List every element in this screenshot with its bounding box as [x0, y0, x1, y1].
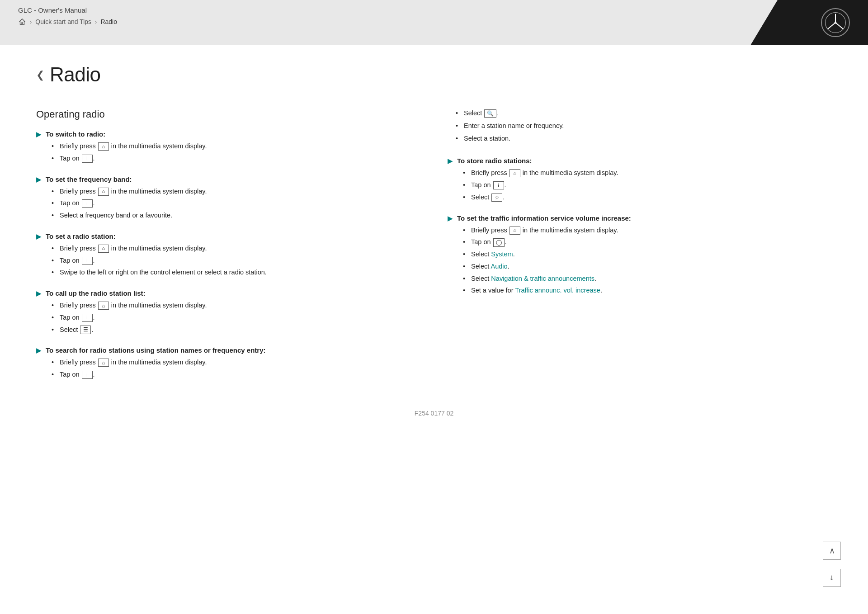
home-button-icon: ⌂	[509, 169, 520, 177]
list-item: Select ☰︎.	[52, 325, 420, 335]
instruction-title: To call up the radio station list:	[46, 289, 146, 297]
breadcrumb-sep-1: ›	[30, 19, 32, 25]
instruction-search-stations: ▶ To search for radio stations using sta…	[36, 346, 420, 380]
list-item: Briefly press ⌂ in the multimedia system…	[52, 187, 420, 197]
list-item: Select Navigation & traffic announcement…	[463, 274, 832, 284]
instruction-switch-radio: ▶ To switch to radio: Briefly press ⌂ in…	[36, 130, 420, 164]
list-item: Tap on i.	[52, 154, 420, 164]
info-button-icon: i	[82, 314, 93, 322]
left-column: Operating radio ▶ To switch to radio: Br…	[36, 109, 420, 392]
document-number: F254 0177 02	[36, 410, 832, 426]
instruction-steps: Briefly press ⌂ in the multimedia system…	[36, 301, 420, 335]
traffic-vol-link[interactable]: Traffic announc. vol. increase	[515, 287, 600, 294]
instruction-title: To set the frequency band:	[46, 175, 132, 183]
star-button-icon: ☆	[491, 194, 502, 202]
audio-link[interactable]: Audio	[491, 263, 508, 270]
list-item: Select 🔍.	[456, 109, 832, 118]
system-link[interactable]: System	[491, 250, 513, 258]
list-item: Set a value for Traffic announc. vol. in…	[463, 286, 832, 296]
info-button-icon: i	[82, 371, 93, 379]
nav-traffic-link[interactable]: Navigation & traffic announcements	[491, 275, 594, 282]
top-bullet-list: Select 🔍. Enter a station name or freque…	[448, 109, 832, 143]
two-column-layout: Operating radio ▶ To switch to radio: Br…	[36, 109, 832, 392]
svg-point-4	[835, 22, 837, 24]
list-item: Briefly press ⌂ in the multimedia system…	[463, 168, 832, 178]
list-item: Briefly press ⌂ in the multimedia system…	[52, 301, 420, 311]
instruction-frequency-band: ▶ To set the frequency band: Briefly pre…	[36, 175, 420, 221]
back-arrow[interactable]: ❮	[36, 69, 44, 81]
list-item: Select System.	[463, 250, 832, 260]
info-button-icon: i	[493, 181, 504, 189]
instruction-traffic-volume: ▶ To set the traffic information service…	[448, 214, 832, 296]
instruction-title: To set the traffic information service v…	[457, 214, 631, 222]
breadcrumb-current: Radio	[100, 18, 117, 25]
instruction-title: To store radio stations:	[457, 157, 532, 165]
instruction-title: To search for radio stations using stati…	[46, 346, 266, 354]
arrow-icon: ▶	[36, 233, 41, 240]
list-item: Briefly press ⌂ in the multimedia system…	[52, 244, 420, 254]
list-item: Tap on ◯.	[463, 237, 832, 247]
breadcrumb-sep-2: ›	[95, 19, 97, 25]
arrow-icon: ▶	[36, 347, 41, 354]
home-button-icon: ⌂	[98, 359, 109, 367]
instruction-steps: Briefly press ⌂ in the multimedia system…	[36, 142, 420, 164]
list-item: Select a station.	[456, 134, 832, 144]
instruction-title: To switch to radio:	[46, 130, 105, 138]
home-icon[interactable]	[18, 18, 26, 26]
instruction-steps: Briefly press ⌂ in the multimedia system…	[448, 168, 832, 202]
instruction-header: ▶ To switch to radio:	[36, 130, 420, 138]
instruction-header: ▶ To store radio stations:	[448, 157, 832, 165]
instruction-header: ▶ To set the frequency band:	[36, 175, 420, 183]
home-button-icon: ⌂	[98, 142, 109, 151]
info-button-icon: i	[82, 155, 93, 163]
instruction-steps: Briefly press ⌂ in the multimedia system…	[36, 244, 420, 278]
list-item: Tap on i.	[52, 198, 420, 208]
arrow-icon: ▶	[448, 157, 453, 165]
list-item: Enter a station name or frequency.	[456, 121, 832, 131]
breadcrumb: › Quick start and Tips › Radio	[18, 18, 117, 26]
home-button-icon: ⌂	[509, 227, 520, 235]
page-title-row: ❮ Radio	[36, 63, 832, 86]
logo-area	[750, 0, 868, 45]
list-item: Briefly press ⌂ in the multimedia system…	[52, 358, 420, 368]
svg-line-3	[835, 23, 844, 29]
instruction-steps: Briefly press ⌂ in the multimedia system…	[36, 187, 420, 221]
breadcrumb-section[interactable]: Quick start and Tips	[35, 18, 91, 25]
list-item: Select Audio.	[463, 262, 832, 272]
chevron-up-icon: ∧	[829, 546, 835, 556]
scroll-down-button[interactable]: ⤓	[823, 569, 841, 587]
info-button-icon: i	[82, 199, 93, 208]
instruction-header: ▶ To call up the radio station list:	[36, 289, 420, 297]
header-text: GLC - Owner's Manual › Quick start and T…	[18, 6, 117, 26]
home-button-icon: ⌂	[98, 245, 109, 253]
arrow-icon: ▶	[448, 215, 453, 222]
list-item: Select a frequency band or a favourite.	[52, 211, 420, 221]
mercedes-logo	[821, 8, 850, 37]
info-button-icon: i	[82, 257, 93, 265]
list-item: Tap on i.	[52, 370, 420, 380]
instruction-steps: Briefly press ⌂ in the multimedia system…	[448, 226, 832, 296]
instruction-title: To set a radio station:	[46, 232, 116, 240]
chevron-down-icon: ⤓	[829, 574, 835, 581]
instruction-header: ▶ To set a radio station:	[36, 232, 420, 240]
page-title: Radio	[50, 63, 100, 86]
right-column: Select 🔍. Enter a station name or freque…	[448, 109, 832, 392]
main-content: ❮ Radio Operating radio ▶ To switch to r…	[0, 45, 868, 614]
arrow-icon: ▶	[36, 176, 41, 183]
home-button-icon: ⌂	[98, 302, 109, 310]
instruction-set-station: ▶ To set a radio station: Briefly press …	[36, 232, 420, 278]
scroll-to-top-button[interactable]: ∧	[823, 542, 841, 560]
list-item: Tap on i.	[52, 256, 420, 266]
home-button-icon: ⌂	[98, 188, 109, 196]
instruction-header: ▶ To search for radio stations using sta…	[36, 346, 420, 354]
arrow-icon: ▶	[36, 131, 41, 138]
instruction-header: ▶ To set the traffic information service…	[448, 214, 832, 222]
section-heading: Operating radio	[36, 109, 420, 120]
search-button-icon: 🔍	[484, 109, 496, 118]
list-button-icon: ☰︎	[80, 326, 91, 334]
settings-button-icon: ◯	[493, 238, 505, 246]
list-item: Swipe to the left or right on the contro…	[52, 268, 420, 278]
list-item: Select ☆.	[463, 193, 832, 203]
header: GLC - Owner's Manual › Quick start and T…	[0, 0, 868, 45]
list-item: Tap on i.	[52, 313, 420, 323]
